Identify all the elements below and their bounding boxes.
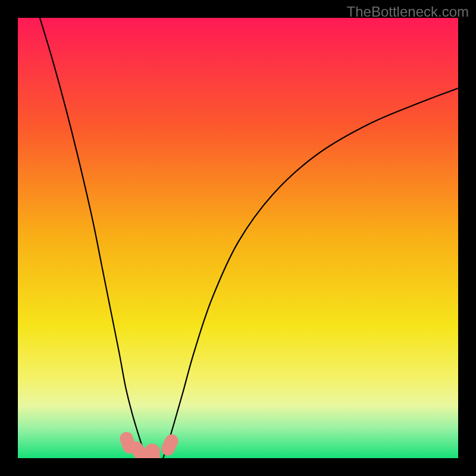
bottleneck-curve-chart	[18, 18, 458, 458]
chart-area	[18, 18, 458, 458]
gradient-background	[18, 18, 458, 458]
